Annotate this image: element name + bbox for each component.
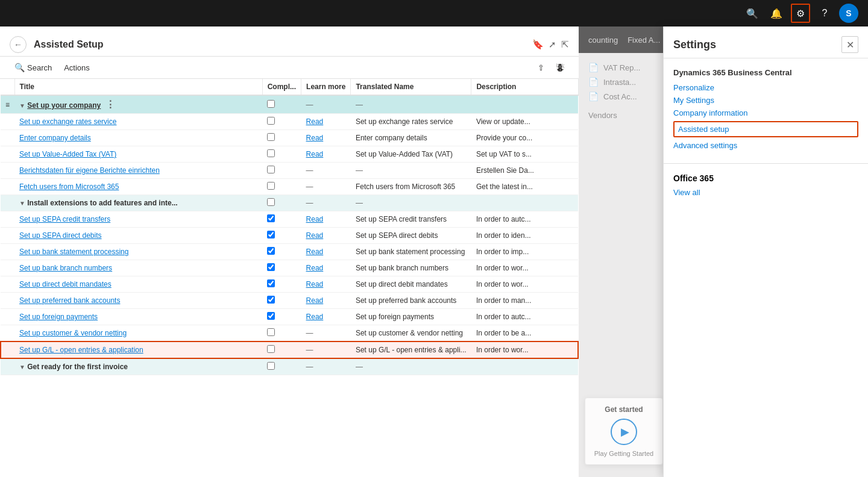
item-checkbox[interactable]: [267, 345, 275, 353]
item-title: Set up G/L - open entries & application: [14, 341, 262, 358]
table-row[interactable]: Set up foreign payments Read Set up fore…: [1, 309, 578, 325]
learn-link[interactable]: Read: [306, 313, 324, 321]
table-row[interactable]: Set up direct debit mandates Read Set up…: [1, 276, 578, 293]
search-icon[interactable]: 🔍: [743, 4, 762, 23]
advanced-settings-link[interactable]: Advanced settings: [673, 141, 858, 150]
learn-link[interactable]: Read: [306, 280, 324, 288]
help-icon[interactable]: ?: [815, 4, 834, 23]
table-row[interactable]: Set up G/L - open entries & application …: [1, 341, 578, 358]
table-row[interactable]: ▼ Get ready for the first invoice — —: [1, 358, 578, 375]
search-button[interactable]: 🔍 Search: [10, 60, 57, 75]
learn-link[interactable]: Read: [306, 296, 324, 305]
learn-link[interactable]: Read: [306, 231, 324, 240]
col-title[interactable]: Title: [14, 79, 262, 95]
item-translated: Set up preferred bank accounts: [351, 293, 471, 309]
personalize-link[interactable]: Personalize: [673, 83, 858, 92]
learn-link[interactable]: Read: [306, 150, 324, 158]
item-link[interactable]: Set up G/L - open entries & application: [19, 346, 143, 354]
item-checkbox[interactable]: [267, 231, 275, 238]
share-icon[interactable]: ➚: [549, 39, 556, 50]
company-info-link[interactable]: Company information: [673, 108, 858, 117]
item-checkbox[interactable]: [267, 312, 275, 320]
item-link[interactable]: Set up foreign payments: [19, 313, 98, 321]
filter-button[interactable]: ⛇: [552, 61, 569, 75]
table-row[interactable]: Enter company details Read Enter company…: [1, 130, 578, 146]
group-checkbox[interactable]: [267, 100, 275, 108]
item-checkbox[interactable]: [267, 279, 275, 287]
table-row[interactable]: Berichtsdaten für eigene Berichte einric…: [1, 163, 578, 179]
bookmark-icon[interactable]: 🔖: [532, 39, 544, 50]
item-link[interactable]: Berichtsdaten für eigene Berichte einric…: [19, 166, 160, 175]
item-link[interactable]: Set up Value-Added Tax (VAT): [19, 150, 116, 158]
expand-button[interactable]: ▼: [19, 102, 25, 109]
item-link[interactable]: Set up direct debit mandates: [19, 280, 112, 288]
table-row[interactable]: ▼ Install extensions to add features and…: [1, 195, 578, 211]
item-link[interactable]: Set up bank statement processing: [19, 248, 128, 256]
group-checkbox[interactable]: [267, 362, 275, 370]
table-row[interactable]: Set up bank branch numbers Read Set up b…: [1, 260, 578, 276]
item-checkbox[interactable]: [267, 247, 275, 255]
my-settings-link[interactable]: My Settings: [673, 96, 858, 105]
item-compl: [262, 146, 301, 163]
learn-link[interactable]: Read: [306, 264, 324, 272]
col-description[interactable]: Description: [471, 79, 578, 95]
more-options-button[interactable]: ⋮: [103, 99, 118, 110]
drag-handle: [1, 309, 14, 325]
item-learn: Read: [301, 146, 351, 163]
expand-button[interactable]: ▼: [19, 200, 25, 207]
item-learn: Read: [301, 309, 351, 325]
office365-title: Office 365: [673, 173, 858, 183]
table-container[interactable]: Title Compl... Learn more Translated Nam…: [0, 79, 579, 477]
learn-link[interactable]: Read: [306, 215, 324, 223]
table-row[interactable]: ≡ ▼ Set up your company ⋮ — —: [1, 95, 578, 114]
play-button[interactable]: ▶: [611, 419, 637, 445]
learn-link[interactable]: Read: [306, 248, 324, 256]
item-checkbox[interactable]: [267, 166, 275, 173]
bell-icon[interactable]: 🔔: [767, 4, 786, 23]
item-checkbox[interactable]: [267, 149, 275, 157]
item-checkbox[interactable]: [267, 182, 275, 190]
item-checkbox[interactable]: [267, 296, 275, 304]
expand-icon[interactable]: ⇱: [561, 39, 569, 50]
back-button[interactable]: ←: [10, 36, 27, 53]
group-compl: [262, 95, 301, 114]
table-row[interactable]: Set up customer & vendor netting — Set u…: [1, 325, 578, 342]
share-toolbar-button[interactable]: ⇧: [533, 61, 549, 75]
user-avatar[interactable]: S: [839, 4, 858, 23]
item-checkbox[interactable]: [267, 263, 275, 271]
item-checkbox[interactable]: [267, 117, 275, 125]
item-checkbox[interactable]: [267, 214, 275, 222]
item-link[interactable]: Set up preferred bank accounts: [19, 296, 120, 305]
group-desc: [471, 358, 578, 375]
expand-button[interactable]: ▼: [19, 364, 25, 370]
item-checkbox[interactable]: [267, 133, 275, 141]
item-link[interactable]: Set up bank branch numbers: [19, 264, 112, 272]
settings-icon[interactable]: ⚙: [791, 4, 810, 23]
item-link[interactable]: Set up SEPA credit transfers: [19, 215, 110, 223]
item-link[interactable]: Set up SEPA direct debits: [19, 231, 102, 240]
actions-button[interactable]: Actions: [59, 61, 95, 75]
view-all-link[interactable]: View all: [673, 188, 858, 197]
item-link[interactable]: Fetch users from Microsoft 365: [19, 182, 119, 191]
table-row[interactable]: Set up SEPA credit transfers Read Set up…: [1, 211, 578, 228]
table-row[interactable]: Set up exchange rates service Read Set u…: [1, 114, 578, 130]
table-row[interactable]: Set up Value-Added Tax (VAT) Read Set up…: [1, 146, 578, 163]
item-link[interactable]: Set up exchange rates service: [19, 117, 116, 126]
table-row[interactable]: Set up preferred bank accounts Read Set …: [1, 293, 578, 309]
item-desc: Get the latest in...: [471, 179, 578, 195]
learn-link[interactable]: Read: [306, 134, 324, 142]
col-compl[interactable]: Compl...: [262, 79, 301, 95]
col-translated[interactable]: Translated Name: [351, 79, 471, 95]
item-compl: [262, 244, 301, 260]
item-link[interactable]: Enter company details: [19, 134, 91, 142]
item-checkbox[interactable]: [267, 328, 275, 336]
learn-link[interactable]: Read: [306, 117, 324, 126]
table-row[interactable]: Set up bank statement processing Read Se…: [1, 244, 578, 260]
group-checkbox[interactable]: [267, 198, 275, 206]
col-learn[interactable]: Learn more: [301, 79, 351, 95]
close-button[interactable]: ✕: [841, 36, 858, 53]
item-link[interactable]: Set up customer & vendor netting: [19, 329, 127, 337]
assisted-setup-link[interactable]: Assisted setup: [673, 121, 858, 137]
table-row[interactable]: Fetch users from Microsoft 365 — Fetch u…: [1, 179, 578, 195]
table-row[interactable]: Set up SEPA direct debits Read Set up SE…: [1, 228, 578, 244]
